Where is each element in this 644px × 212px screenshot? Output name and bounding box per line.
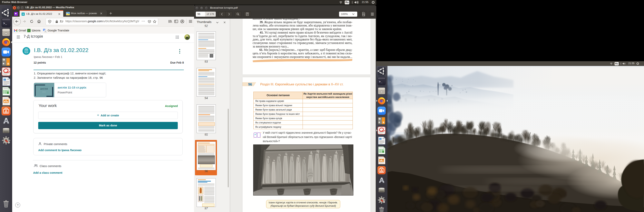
svg-text:>_: >_ — [379, 80, 382, 83]
svg-text:>_: >_ — [3, 22, 7, 25]
